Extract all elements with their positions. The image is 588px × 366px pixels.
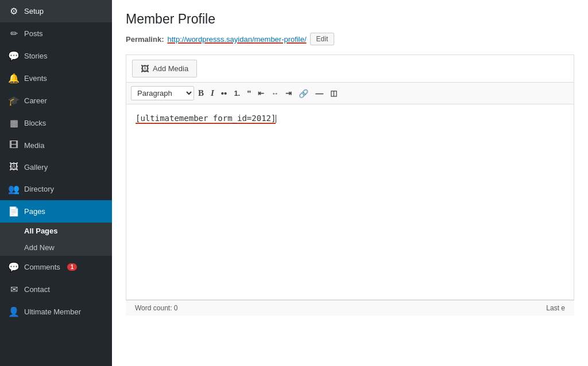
sidebar-item-posts[interactable]: ✏ Posts <box>0 22 112 45</box>
badge-comments: 1 <box>67 263 78 271</box>
word-count: Word count: 0 <box>135 304 177 312</box>
ordered-list-button[interactable]: 1. <box>231 87 243 99</box>
add-media-button[interactable]: 🖼 Add Media <box>132 60 197 77</box>
sidebar-item-ultimate-member[interactable]: 👤 Ultimate Member <box>0 301 112 323</box>
ultimate-member-icon: 👤 <box>8 306 20 317</box>
contact-icon: ✉ <box>8 284 20 295</box>
hr-button[interactable]: ― <box>312 87 326 100</box>
sidebar: ⚙ Setup ✏ Posts 💬 Stories 🔔 Events 🎓 Car… <box>0 0 112 366</box>
align-right-button[interactable]: ⇥ <box>283 87 295 99</box>
sidebar-label-stories: Stories <box>24 52 47 60</box>
career-icon: 🎓 <box>8 95 20 106</box>
sidebar-item-pages[interactable]: 📄 Pages <box>0 200 112 223</box>
sidebar-item-comments[interactable]: 💬 Comments 1 <box>0 256 112 278</box>
align-center-button[interactable]: ↔ <box>268 87 281 99</box>
directory-icon: 👥 <box>8 184 20 194</box>
text-cursor <box>276 115 276 123</box>
sidebar-item-contact[interactable]: ✉ Contact <box>0 278 112 301</box>
sidebar-item-media[interactable]: 🎞 Media <box>0 134 112 156</box>
status-bar: Word count: 0 Last e <box>126 300 574 316</box>
editor-content: [ultimatemember form_id=2012] <box>136 114 276 124</box>
sidebar-submenu-pages: All PagesAdd New <box>0 223 112 256</box>
sidebar-label-posts: Posts <box>24 29 43 38</box>
sidebar-item-events[interactable]: 🔔 Events <box>0 67 112 89</box>
sidebar-item-setup[interactable]: ⚙ Setup <box>0 0 112 22</box>
link-button[interactable]: 🔗 <box>296 87 311 100</box>
permalink-label: Permalink: <box>126 35 164 44</box>
more-button[interactable]: ◫ <box>327 87 340 99</box>
main-content: Member Profile Permalink: http://wordpre… <box>112 0 588 366</box>
media-icon: 🎞 <box>8 140 20 150</box>
sidebar-label-media: Media <box>24 141 44 150</box>
page-title: Member Profile <box>126 11 574 27</box>
sidebar-label-blocks: Blocks <box>24 119 46 127</box>
comments-icon: 💬 <box>8 262 20 272</box>
sidebar-label-contact: Contact <box>24 285 50 294</box>
blockquote-button[interactable]: " <box>244 87 254 100</box>
align-left-button[interactable]: ⇤ <box>255 87 267 99</box>
editor-area[interactable]: [ultimatemember form_id=2012] <box>126 104 574 299</box>
sidebar-label-directory: Directory <box>24 185 54 193</box>
sidebar-item-gallery[interactable]: 🖼 Gallery <box>0 156 112 178</box>
format-select[interactable]: ParagraphHeading 1Heading 2Heading 3Pref… <box>131 86 194 100</box>
permalink-row: Permalink: http://wordpresss.sayidan/mem… <box>126 33 574 45</box>
posts-icon: ✏ <box>8 28 20 39</box>
blocks-icon: ▦ <box>8 118 20 129</box>
events-icon: 🔔 <box>8 73 20 84</box>
bold-button[interactable]: B <box>195 87 207 100</box>
format-toolbar: ParagraphHeading 1Heading 2Heading 3Pref… <box>126 83 574 104</box>
last-edited: Last e <box>546 304 565 312</box>
add-media-label: Add Media <box>153 64 188 73</box>
sidebar-label-career: Career <box>24 96 47 105</box>
permalink-url[interactable]: http://wordpresss.sayidan/member-profile… <box>167 35 306 44</box>
setup-icon: ⚙ <box>8 6 20 17</box>
unordered-list-button[interactable]: •• <box>218 87 230 100</box>
sidebar-subitem-all-pages[interactable]: All Pages <box>0 223 112 239</box>
sidebar-label-setup: Setup <box>24 7 44 15</box>
sidebar-item-blocks[interactable]: ▦ Blocks <box>0 112 112 134</box>
stories-icon: 💬 <box>8 50 20 61</box>
sidebar-item-career[interactable]: 🎓 Career <box>0 89 112 112</box>
sidebar-label-comments: Comments <box>24 263 60 271</box>
sidebar-label-pages: Pages <box>24 207 45 216</box>
sidebar-item-stories[interactable]: 💬 Stories <box>0 45 112 67</box>
add-media-wrap: 🖼 Add Media <box>126 55 574 83</box>
edit-permalink-button[interactable]: Edit <box>310 33 335 45</box>
editor-toolbar-wrap: 🖼 Add Media ParagraphHeading 1Heading 2H… <box>126 54 574 300</box>
content-area: Member Profile Permalink: http://wordpre… <box>112 0 588 366</box>
italic-button[interactable]: I <box>208 87 217 100</box>
add-media-icon: 🖼 <box>141 64 149 73</box>
pages-icon: 📄 <box>8 206 20 217</box>
sidebar-label-events: Events <box>24 74 47 83</box>
sidebar-item-directory[interactable]: 👥 Directory <box>0 178 112 200</box>
sidebar-label-gallery: Gallery <box>24 163 48 172</box>
gallery-icon: 🖼 <box>8 162 20 172</box>
sidebar-subitem-add-new[interactable]: Add New <box>0 239 112 256</box>
sidebar-label-ultimate-member: Ultimate Member <box>24 307 81 316</box>
